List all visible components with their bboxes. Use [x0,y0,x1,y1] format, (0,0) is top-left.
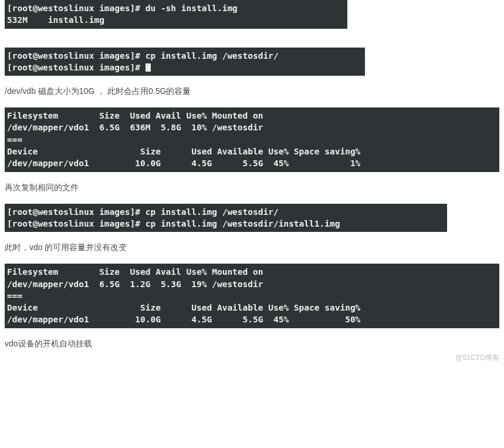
note-copy-again: 再次复制相同的文件 [5,183,499,193]
note-automount: vdo设备的开机自动挂载 [5,339,499,349]
terminal-block-du: [root@westoslinux images]# du -sh instal… [5,0,347,29]
terminal-block-stats2: Filesystem Size Used Avail Use% Mounted … [5,264,499,328]
note-no-change: 此时，vdo 的可用容量并没有改变 [5,242,499,253]
note-disk-size: /dev/vdb 磁盘大小为10G ， 此时会占用0.5G的容量 [5,86,499,97]
terminal-block-cp2: [root@westoslinux images]# cp install.im… [5,204,447,233]
terminal-block-stats1: Filesystem Size Used Avail Use% Mounted … [5,107,499,171]
terminal-block-cp1: [root@westoslinux images]# cp install.im… [5,48,365,76]
watermark: @51CTO博客 [5,353,499,363]
